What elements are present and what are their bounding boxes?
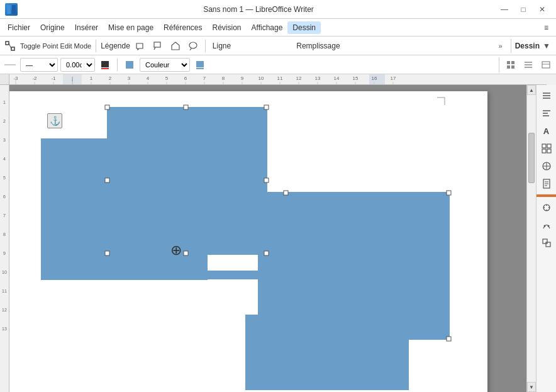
scrollbar-vertical[interactable]: ▲ ▼	[526, 85, 536, 392]
close-button[interactable]: ✕	[533, 3, 551, 16]
svg-text:5: 5	[3, 176, 6, 180]
titlebar: Sans nom 1 — LibreOffice Writer — □ ✕	[0, 0, 556, 19]
sidebar-btn-properties[interactable]	[538, 87, 555, 104]
svg-text:13: 13	[2, 327, 7, 331]
scroll-up-button[interactable]: ▲	[527, 85, 536, 95]
sidebar-btn-gallery[interactable]	[538, 140, 555, 157]
sidebar-btn-effects[interactable]	[538, 217, 555, 233]
svg-point-106	[543, 225, 545, 227]
toolbar-draw-row1: Toggle Point Edit Mode Légende Ligne Rem…	[0, 36, 556, 55]
svg-text:1: 1	[3, 100, 6, 104]
minimize-button[interactable]: —	[496, 3, 513, 16]
legende-tool-3[interactable]	[168, 38, 183, 53]
page-canvas[interactable]: ⚓	[9, 91, 487, 392]
panel-icon-1[interactable]	[503, 57, 518, 72]
svg-rect-14	[196, 61, 204, 67]
expand-chevron[interactable]: »	[493, 38, 508, 53]
svg-point-8	[189, 42, 197, 48]
main-area: 1 2 3 4 5 6 7 8 9 10 11 12 13 ⚓	[0, 85, 556, 392]
svg-text:5: 5	[165, 76, 169, 81]
svg-text:-3: -3	[13, 76, 18, 81]
app-icon	[5, 3, 18, 16]
window-controls: — □ ✕	[496, 3, 551, 16]
sidebar-btn-text[interactable]: A	[538, 123, 555, 139]
handle-tr	[264, 105, 269, 109]
sidebar-right: A	[536, 85, 556, 392]
menu-references[interactable]: Références	[158, 21, 207, 34]
sidebar-btn-transform[interactable]	[538, 235, 555, 251]
menu-affichage[interactable]: Affichage	[247, 21, 288, 34]
fill-color-btn[interactable]	[192, 57, 208, 72]
menu-origine[interactable]: Origine	[35, 21, 70, 34]
svg-rect-17	[511, 61, 514, 64]
vertical-ruler: 1 2 3 4 5 6 7 8 9 10 11 12 13	[0, 85, 9, 392]
line-none-btn[interactable]	[3, 57, 18, 72]
menu-mise-en-page[interactable]: Mise en page	[103, 21, 158, 34]
svg-rect-15	[196, 68, 204, 69]
svg-rect-23	[542, 62, 550, 68]
menu-fichier[interactable]: Fichier	[3, 21, 35, 34]
maximize-button[interactable]: □	[514, 3, 532, 16]
handle-mr	[264, 178, 269, 182]
scroll-down-button[interactable]: ▼	[527, 382, 536, 392]
svg-text:16: 16	[372, 76, 377, 81]
scrollbar-track[interactable]	[527, 95, 536, 382]
svg-text:11: 11	[277, 76, 283, 81]
svg-text:8: 8	[222, 76, 225, 81]
shape-4	[245, 315, 409, 390]
line-width-select[interactable]: 0.00cm 0.05cm 0.10cm	[60, 58, 95, 72]
ligne-label: Ligne	[213, 42, 231, 50]
sidebar-btn-styles[interactable]	[538, 105, 555, 121]
svg-marker-7	[172, 42, 179, 50]
sidebar-btn-design[interactable]	[538, 199, 555, 216]
svg-rect-19	[511, 65, 514, 69]
sidebar-btn-navigator[interactable]	[538, 158, 555, 174]
svg-rect-109	[546, 242, 550, 247]
line-style-select[interactable]: — --- ···	[20, 58, 58, 72]
legende-tool-1[interactable]	[133, 38, 148, 53]
panel-icon-3[interactable]	[538, 57, 553, 72]
legende-tool-2[interactable]	[150, 38, 165, 53]
handle-bl	[105, 251, 109, 255]
menu-more[interactable]: ≡	[539, 21, 553, 34]
svg-text:11: 11	[2, 289, 7, 293]
right-panel-icons	[499, 57, 553, 72]
toolbar-sep-2	[205, 40, 206, 52]
handle-br	[264, 251, 269, 255]
svg-rect-93	[547, 149, 551, 153]
horizontal-ruler: -3 -2 -1 | 1 2 3 4 5 6	[9, 74, 547, 84]
chevron-right-icon: »	[499, 42, 503, 50]
svg-text:1: 1	[90, 76, 93, 81]
handle-tl	[105, 105, 109, 109]
fill-style-select[interactable]: Couleur Aucun Dégradé	[140, 58, 190, 72]
svg-rect-91	[547, 144, 551, 148]
svg-rect-16	[507, 61, 510, 64]
window-title: Sans nom 1 — LibreOffice Writer	[21, 5, 496, 14]
dessin-expand-btn[interactable]: ▼	[540, 39, 553, 53]
svg-line-4	[9, 43, 11, 48]
menu-revision[interactable]: Révision	[207, 21, 246, 34]
dessin-panel-label: Dessin ▼	[511, 39, 553, 53]
svg-text:15: 15	[353, 76, 359, 81]
toggle-point-edit-icon[interactable]	[3, 38, 18, 53]
panel-icon-2[interactable]	[521, 57, 536, 72]
handle-shape3-tr	[447, 191, 451, 195]
sidebar-btn-page[interactable]	[538, 176, 555, 192]
line-color-btn[interactable]	[97, 57, 113, 72]
dessin-label: Dessin	[515, 42, 540, 50]
handle-tm	[184, 105, 188, 109]
fill-none-btn[interactable]	[122, 57, 137, 72]
svg-text:3: 3	[3, 138, 6, 142]
sidebar-accent	[537, 194, 556, 197]
svg-text:9: 9	[241, 76, 244, 81]
ruler-corner	[0, 74, 9, 85]
menu-inserer[interactable]: Insérer	[70, 21, 103, 34]
svg-rect-2	[6, 42, 9, 45]
menu-dessin[interactable]: Dessin	[287, 21, 321, 34]
legende-tool-4[interactable]	[186, 38, 201, 53]
scrollbar-thumb[interactable]	[528, 133, 535, 183]
svg-rect-5	[154, 42, 160, 47]
svg-text:6: 6	[3, 194, 6, 199]
svg-text:|: |	[72, 76, 73, 81]
canvas-container[interactable]: 1 2 3 4 5 6 7 8 9 10 11 12 13 ⚓	[0, 85, 547, 392]
